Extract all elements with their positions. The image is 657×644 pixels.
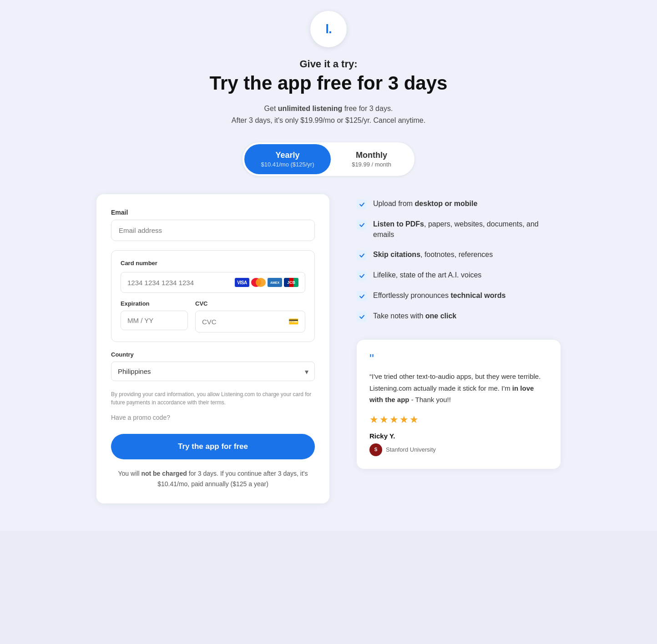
feature-item-1: Upload from desktop or mobile — [357, 199, 561, 209]
feature-text-2: Listen to PDFs, papers, websites, docume… — [373, 219, 561, 240]
plan-monthly-price: $19.99 / month — [347, 161, 396, 168]
header-title: Try the app free for 3 days — [210, 73, 448, 94]
check-icon-2 — [357, 220, 367, 230]
logo-circle: l. — [310, 11, 347, 47]
form-section: Email Card number VISA — [96, 194, 329, 503]
stanford-logo-icon: S — [369, 443, 382, 456]
reviewer-name: Ricky Y. — [369, 432, 548, 440]
card-number-input[interactable] — [127, 279, 235, 287]
feature-text-6: Take notes with one click — [373, 311, 456, 321]
no-charge-text: You will not be charged for 3 days. If y… — [111, 468, 315, 489]
cvc-icon: 💳 — [288, 317, 298, 327]
feature-text-1: Upload from desktop or mobile — [373, 199, 477, 209]
testimonial-card: " “I've tried other text-to-audio apps, … — [357, 340, 561, 469]
header-subtitle: Give it a try: — [210, 58, 448, 70]
logo-icon: l. — [325, 22, 332, 36]
check-icon-5 — [357, 291, 367, 301]
visa-icon: VISA — [235, 278, 249, 287]
page-wrapper: l. Give it a try: Try the app free for 3… — [0, 0, 657, 531]
cvc-row: 💳 — [195, 311, 305, 332]
feature-item-6: Take notes with one click — [357, 311, 561, 322]
cvc-input[interactable] — [202, 318, 288, 326]
email-input[interactable] — [111, 220, 315, 241]
plan-monthly[interactable]: Monthly $19.99 / month — [331, 144, 413, 174]
amex-icon: AMEX — [268, 278, 282, 287]
testimonial-text: “I've tried other text-to-audio apps, bu… — [369, 371, 548, 406]
cvc-field: CVC 💳 — [195, 300, 305, 332]
country-wrapper: Philippines United States United Kingdom… — [111, 362, 315, 381]
header-desc: Get unlimited listening free for 3 days.… — [210, 103, 448, 126]
country-group: Country Philippines United States United… — [111, 351, 315, 381]
card-section: Card number VISA AMEX JCB — [111, 250, 315, 342]
check-icon-4 — [357, 271, 367, 281]
stars: ★★★★★ — [369, 414, 548, 426]
jcb-icon: JCB — [284, 278, 298, 287]
header-desc-bold: unlimited listening — [278, 105, 342, 112]
country-label: Country — [111, 351, 315, 358]
cvc-label: CVC — [195, 300, 305, 307]
card-row-2: Expiration CVC 💳 — [121, 300, 305, 332]
right-section: Upload from desktop or mobile Listen to … — [357, 194, 561, 468]
card-number-row: VISA AMEX JCB — [121, 272, 305, 293]
no-charge-plain-1: You will — [118, 470, 142, 477]
plan-monthly-name: Monthly — [347, 151, 396, 160]
features-list: Upload from desktop or mobile Listen to … — [357, 199, 561, 322]
testimonial-end: - Thank you!! — [409, 396, 451, 403]
header-desc-rest: free for 3 days. — [342, 105, 393, 112]
mastercard-icon — [251, 278, 266, 287]
plan-yearly-price: $10.41/mo ($125/yr) — [261, 161, 314, 168]
email-label: Email — [111, 209, 315, 216]
check-icon-6 — [357, 312, 367, 322]
cta-button[interactable]: Try the app for free — [111, 434, 315, 459]
header-desc-line2: After 3 days, it's only $19.99/mo or $12… — [232, 116, 425, 124]
feature-text-5: Effortlessly pronounces technical words — [373, 291, 505, 301]
expiration-field: Expiration — [121, 300, 188, 332]
feature-text-4: Lifelike, state of the art A.I. voices — [373, 270, 481, 280]
header-section: Give it a try: Try the app free for 3 da… — [201, 58, 457, 126]
expiration-input[interactable] — [121, 311, 188, 330]
plan-yearly[interactable]: Yearly $10.41/mo ($125/yr) — [244, 144, 330, 174]
feature-item-5: Effortlessly pronounces technical words — [357, 291, 561, 301]
quote-icon: " — [369, 352, 548, 365]
country-select[interactable]: Philippines United States United Kingdom… — [111, 362, 315, 381]
plan-toggle: Yearly $10.41/mo ($125/yr) Monthly $19.9… — [243, 142, 414, 176]
feature-item-3: Skip citations, footnotes, references — [357, 250, 561, 260]
logo-container: l. — [310, 11, 347, 47]
card-number-label: Card number — [121, 260, 305, 267]
feature-item-2: Listen to PDFs, papers, websites, docume… — [357, 219, 561, 240]
no-charge-bold: not be charged — [141, 470, 187, 477]
card-icons: VISA AMEX JCB — [235, 278, 298, 287]
header-desc-plain: Get — [264, 105, 278, 112]
expiration-label: Expiration — [121, 300, 188, 307]
plan-yearly-name: Yearly — [261, 151, 314, 160]
feature-item-4: Lifelike, state of the art A.I. voices — [357, 270, 561, 281]
promo-link[interactable]: Have a promo code? — [111, 414, 315, 421]
check-icon-3 — [357, 250, 367, 260]
main-content: Email Card number VISA — [78, 194, 579, 503]
feature-text-3: Skip citations, footnotes, references — [373, 250, 493, 260]
reviewer-institution: S Stanford University — [369, 443, 548, 456]
terms-text: By providing your card information, you … — [111, 390, 315, 407]
check-icon-1 — [357, 199, 367, 209]
stanford-name: Stanford University — [386, 446, 436, 453]
email-group: Email — [111, 209, 315, 241]
